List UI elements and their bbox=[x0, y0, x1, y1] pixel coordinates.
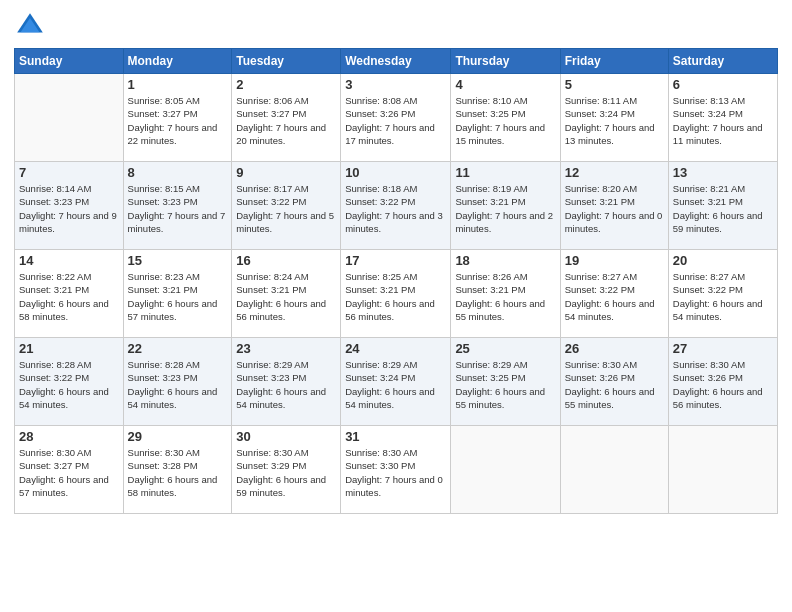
day-number: 23 bbox=[236, 341, 336, 356]
day-number: 6 bbox=[673, 77, 773, 92]
calendar-cell: 24Sunrise: 8:29 AMSunset: 3:24 PMDayligh… bbox=[341, 338, 451, 426]
calendar-cell: 23Sunrise: 8:29 AMSunset: 3:23 PMDayligh… bbox=[232, 338, 341, 426]
day-info: Sunrise: 8:29 AMSunset: 3:23 PMDaylight:… bbox=[236, 358, 336, 411]
day-info: Sunrise: 8:30 AMSunset: 3:30 PMDaylight:… bbox=[345, 446, 446, 499]
calendar-header: SundayMondayTuesdayWednesdayThursdayFrid… bbox=[15, 49, 778, 74]
day-number: 27 bbox=[673, 341, 773, 356]
weekday-header-thursday: Thursday bbox=[451, 49, 560, 74]
calendar-week-5: 28Sunrise: 8:30 AMSunset: 3:27 PMDayligh… bbox=[15, 426, 778, 514]
calendar-cell: 4Sunrise: 8:10 AMSunset: 3:25 PMDaylight… bbox=[451, 74, 560, 162]
day-info: Sunrise: 8:18 AMSunset: 3:22 PMDaylight:… bbox=[345, 182, 446, 235]
day-number: 3 bbox=[345, 77, 446, 92]
calendar-cell: 1Sunrise: 8:05 AMSunset: 3:27 PMDaylight… bbox=[123, 74, 232, 162]
day-number: 28 bbox=[19, 429, 119, 444]
calendar-cell: 15Sunrise: 8:23 AMSunset: 3:21 PMDayligh… bbox=[123, 250, 232, 338]
day-number: 14 bbox=[19, 253, 119, 268]
calendar-cell: 29Sunrise: 8:30 AMSunset: 3:28 PMDayligh… bbox=[123, 426, 232, 514]
calendar-container: SundayMondayTuesdayWednesdayThursdayFrid… bbox=[0, 0, 792, 524]
calendar-cell bbox=[451, 426, 560, 514]
logo bbox=[14, 10, 50, 42]
day-info: Sunrise: 8:28 AMSunset: 3:22 PMDaylight:… bbox=[19, 358, 119, 411]
day-number: 24 bbox=[345, 341, 446, 356]
day-info: Sunrise: 8:08 AMSunset: 3:26 PMDaylight:… bbox=[345, 94, 446, 147]
weekday-row: SundayMondayTuesdayWednesdayThursdayFrid… bbox=[15, 49, 778, 74]
calendar-cell: 6Sunrise: 8:13 AMSunset: 3:24 PMDaylight… bbox=[668, 74, 777, 162]
calendar-table: SundayMondayTuesdayWednesdayThursdayFrid… bbox=[14, 48, 778, 514]
calendar-cell: 17Sunrise: 8:25 AMSunset: 3:21 PMDayligh… bbox=[341, 250, 451, 338]
calendar-cell bbox=[668, 426, 777, 514]
calendar-cell: 12Sunrise: 8:20 AMSunset: 3:21 PMDayligh… bbox=[560, 162, 668, 250]
day-number: 7 bbox=[19, 165, 119, 180]
day-info: Sunrise: 8:14 AMSunset: 3:23 PMDaylight:… bbox=[19, 182, 119, 235]
calendar-cell: 10Sunrise: 8:18 AMSunset: 3:22 PMDayligh… bbox=[341, 162, 451, 250]
day-number: 29 bbox=[128, 429, 228, 444]
day-number: 30 bbox=[236, 429, 336, 444]
day-number: 9 bbox=[236, 165, 336, 180]
day-info: Sunrise: 8:29 AMSunset: 3:24 PMDaylight:… bbox=[345, 358, 446, 411]
weekday-header-sunday: Sunday bbox=[15, 49, 124, 74]
calendar-cell: 7Sunrise: 8:14 AMSunset: 3:23 PMDaylight… bbox=[15, 162, 124, 250]
weekday-header-monday: Monday bbox=[123, 49, 232, 74]
weekday-header-wednesday: Wednesday bbox=[341, 49, 451, 74]
calendar-cell: 13Sunrise: 8:21 AMSunset: 3:21 PMDayligh… bbox=[668, 162, 777, 250]
calendar-cell: 18Sunrise: 8:26 AMSunset: 3:21 PMDayligh… bbox=[451, 250, 560, 338]
calendar-cell: 16Sunrise: 8:24 AMSunset: 3:21 PMDayligh… bbox=[232, 250, 341, 338]
logo-icon bbox=[14, 10, 46, 42]
calendar-cell: 28Sunrise: 8:30 AMSunset: 3:27 PMDayligh… bbox=[15, 426, 124, 514]
day-info: Sunrise: 8:26 AMSunset: 3:21 PMDaylight:… bbox=[455, 270, 555, 323]
calendar-cell bbox=[560, 426, 668, 514]
day-info: Sunrise: 8:30 AMSunset: 3:29 PMDaylight:… bbox=[236, 446, 336, 499]
weekday-header-tuesday: Tuesday bbox=[232, 49, 341, 74]
calendar-cell: 3Sunrise: 8:08 AMSunset: 3:26 PMDaylight… bbox=[341, 74, 451, 162]
day-info: Sunrise: 8:15 AMSunset: 3:23 PMDaylight:… bbox=[128, 182, 228, 235]
day-number: 12 bbox=[565, 165, 664, 180]
calendar-week-1: 1Sunrise: 8:05 AMSunset: 3:27 PMDaylight… bbox=[15, 74, 778, 162]
calendar-cell: 2Sunrise: 8:06 AMSunset: 3:27 PMDaylight… bbox=[232, 74, 341, 162]
day-info: Sunrise: 8:05 AMSunset: 3:27 PMDaylight:… bbox=[128, 94, 228, 147]
day-number: 17 bbox=[345, 253, 446, 268]
day-info: Sunrise: 8:30 AMSunset: 3:28 PMDaylight:… bbox=[128, 446, 228, 499]
day-info: Sunrise: 8:30 AMSunset: 3:26 PMDaylight:… bbox=[673, 358, 773, 411]
day-number: 11 bbox=[455, 165, 555, 180]
day-info: Sunrise: 8:13 AMSunset: 3:24 PMDaylight:… bbox=[673, 94, 773, 147]
day-number: 25 bbox=[455, 341, 555, 356]
day-info: Sunrise: 8:27 AMSunset: 3:22 PMDaylight:… bbox=[565, 270, 664, 323]
day-info: Sunrise: 8:29 AMSunset: 3:25 PMDaylight:… bbox=[455, 358, 555, 411]
calendar-cell: 9Sunrise: 8:17 AMSunset: 3:22 PMDaylight… bbox=[232, 162, 341, 250]
calendar-cell bbox=[15, 74, 124, 162]
day-number: 26 bbox=[565, 341, 664, 356]
calendar-week-4: 21Sunrise: 8:28 AMSunset: 3:22 PMDayligh… bbox=[15, 338, 778, 426]
day-number: 18 bbox=[455, 253, 555, 268]
day-number: 4 bbox=[455, 77, 555, 92]
calendar-cell: 25Sunrise: 8:29 AMSunset: 3:25 PMDayligh… bbox=[451, 338, 560, 426]
day-number: 8 bbox=[128, 165, 228, 180]
calendar-cell: 19Sunrise: 8:27 AMSunset: 3:22 PMDayligh… bbox=[560, 250, 668, 338]
calendar-cell: 5Sunrise: 8:11 AMSunset: 3:24 PMDaylight… bbox=[560, 74, 668, 162]
calendar-cell: 21Sunrise: 8:28 AMSunset: 3:22 PMDayligh… bbox=[15, 338, 124, 426]
calendar-cell: 26Sunrise: 8:30 AMSunset: 3:26 PMDayligh… bbox=[560, 338, 668, 426]
day-number: 20 bbox=[673, 253, 773, 268]
calendar-week-2: 7Sunrise: 8:14 AMSunset: 3:23 PMDaylight… bbox=[15, 162, 778, 250]
calendar-cell: 14Sunrise: 8:22 AMSunset: 3:21 PMDayligh… bbox=[15, 250, 124, 338]
day-info: Sunrise: 8:28 AMSunset: 3:23 PMDaylight:… bbox=[128, 358, 228, 411]
day-info: Sunrise: 8:06 AMSunset: 3:27 PMDaylight:… bbox=[236, 94, 336, 147]
day-info: Sunrise: 8:11 AMSunset: 3:24 PMDaylight:… bbox=[565, 94, 664, 147]
calendar-body: 1Sunrise: 8:05 AMSunset: 3:27 PMDaylight… bbox=[15, 74, 778, 514]
day-info: Sunrise: 8:30 AMSunset: 3:26 PMDaylight:… bbox=[565, 358, 664, 411]
calendar-week-3: 14Sunrise: 8:22 AMSunset: 3:21 PMDayligh… bbox=[15, 250, 778, 338]
day-number: 16 bbox=[236, 253, 336, 268]
day-number: 21 bbox=[19, 341, 119, 356]
calendar-cell: 30Sunrise: 8:30 AMSunset: 3:29 PMDayligh… bbox=[232, 426, 341, 514]
calendar-cell: 20Sunrise: 8:27 AMSunset: 3:22 PMDayligh… bbox=[668, 250, 777, 338]
day-number: 5 bbox=[565, 77, 664, 92]
day-number: 10 bbox=[345, 165, 446, 180]
day-info: Sunrise: 8:23 AMSunset: 3:21 PMDaylight:… bbox=[128, 270, 228, 323]
header-area bbox=[14, 10, 778, 42]
calendar-cell: 8Sunrise: 8:15 AMSunset: 3:23 PMDaylight… bbox=[123, 162, 232, 250]
day-number: 2 bbox=[236, 77, 336, 92]
day-info: Sunrise: 8:19 AMSunset: 3:21 PMDaylight:… bbox=[455, 182, 555, 235]
day-info: Sunrise: 8:27 AMSunset: 3:22 PMDaylight:… bbox=[673, 270, 773, 323]
day-number: 22 bbox=[128, 341, 228, 356]
calendar-cell: 11Sunrise: 8:19 AMSunset: 3:21 PMDayligh… bbox=[451, 162, 560, 250]
calendar-cell: 31Sunrise: 8:30 AMSunset: 3:30 PMDayligh… bbox=[341, 426, 451, 514]
